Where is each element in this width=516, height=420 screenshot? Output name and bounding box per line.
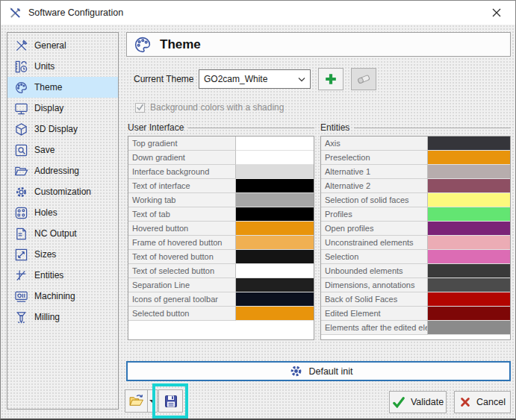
color-row: Back of Solid Faces <box>321 292 510 307</box>
color-row: Text of tab <box>128 207 314 222</box>
color-row: Open profiles <box>321 222 510 236</box>
sidebar-item-label: Units <box>34 61 55 72</box>
color-row-label: Selection <box>321 250 428 264</box>
color-row: Working tab <box>128 193 314 207</box>
color-swatch[interactable] <box>428 278 510 292</box>
color-swatch[interactable] <box>428 151 510 165</box>
color-row-label: Interface background <box>128 165 236 179</box>
sidebar-item-label: 3D Display <box>34 124 78 134</box>
default-init-button[interactable]: Default init <box>126 361 511 381</box>
machining-icon <box>12 289 30 304</box>
color-swatch[interactable] <box>236 207 314 222</box>
current-theme-value: GO2cam_White <box>204 74 298 84</box>
settings-sidebar: General Units Theme <box>7 32 119 410</box>
erase-theme-button <box>351 68 376 90</box>
color-swatch[interactable] <box>236 193 314 207</box>
color-row: Separation Line <box>128 278 314 292</box>
sidebar-item-machining[interactable]: Machining <box>7 286 118 307</box>
sidebar-item-holes[interactable]: Holes <box>7 202 118 223</box>
color-swatch[interactable] <box>236 222 314 236</box>
current-theme-select[interactable]: GO2cam_White <box>199 69 311 89</box>
shading-checkbox <box>135 103 145 113</box>
color-swatch[interactable] <box>236 250 314 264</box>
color-row: Preselection <box>321 151 510 165</box>
sidebar-item-sizes[interactable]: Sizes <box>7 244 118 265</box>
color-swatch[interactable] <box>236 236 314 250</box>
sidebar-item-addressing[interactable]: Addressing <box>7 160 118 181</box>
sidebar-item-general[interactable]: General <box>7 35 118 56</box>
color-row-label: Down gradient <box>128 151 236 165</box>
shading-checkbox-row: Background colors with a shading <box>135 102 284 113</box>
sidebar-item-label: Sizes <box>34 249 56 260</box>
color-swatch[interactable] <box>428 264 510 278</box>
color-swatch[interactable] <box>428 250 510 264</box>
user-interface-color-list: Top gradient Down gradient Interface bac… <box>128 136 314 340</box>
color-swatch[interactable] <box>428 307 510 321</box>
color-swatch[interactable] <box>236 264 314 278</box>
validate-button[interactable]: Validate <box>389 391 447 413</box>
color-swatch[interactable] <box>236 278 314 292</box>
color-swatch[interactable] <box>428 137 510 151</box>
color-swatch[interactable] <box>428 179 510 193</box>
color-swatch[interactable] <box>428 165 510 179</box>
color-row-label: Frame of hovered button <box>128 236 236 250</box>
color-row-label: Top gradient <box>128 137 236 151</box>
addressing-icon <box>12 163 30 178</box>
color-swatch[interactable] <box>236 307 314 321</box>
color-swatch[interactable] <box>428 193 510 207</box>
color-swatch[interactable] <box>428 321 510 335</box>
sidebar-item-label: Customization <box>34 187 91 197</box>
shading-checkbox-label: Background colors with a shading <box>150 102 284 113</box>
save-theme-button[interactable] <box>158 389 183 413</box>
sidebar-item-label: Save <box>34 145 55 155</box>
color-row: Text of hovered button <box>128 250 314 264</box>
sidebar-item-label: Display <box>34 103 63 113</box>
milling-icon <box>12 310 30 325</box>
color-row-label: Back of Solid Faces <box>321 292 428 307</box>
color-row: Frame of hovered button <box>128 236 314 250</box>
sidebar-item-label: Milling <box>34 312 60 322</box>
customization-icon <box>12 184 30 199</box>
color-swatch[interactable] <box>236 137 314 151</box>
color-swatch[interactable] <box>428 222 510 236</box>
color-row-label: Separation Line <box>128 278 236 292</box>
sidebar-item-label: Entities <box>34 270 63 280</box>
color-row: Alternative 2 <box>321 179 510 193</box>
color-row-label: Alternative 2 <box>321 179 428 193</box>
color-swatch[interactable] <box>428 292 510 307</box>
sidebar-item-nc-output[interactable]: NC Output <box>7 223 118 244</box>
sidebar-item-3d-display[interactable]: 3D Display <box>7 119 118 140</box>
cancel-button[interactable]: Cancel <box>454 391 511 413</box>
color-row-label: Preselection <box>321 151 428 165</box>
color-row-label: Axis <box>321 137 428 151</box>
color-swatch[interactable] <box>236 292 314 307</box>
color-row: Profiles <box>321 207 510 222</box>
color-row: Alternative 1 <box>321 165 510 179</box>
x-icon <box>459 396 471 408</box>
sidebar-item-entities[interactable]: Entities <box>7 265 118 286</box>
sidebar-item-customization[interactable]: Customization <box>7 181 118 202</box>
palette-icon <box>133 35 152 54</box>
title-bar: Software Configuration <box>1 1 515 25</box>
sidebar-item-units[interactable]: Units <box>7 56 118 77</box>
color-swatch[interactable] <box>236 151 314 165</box>
color-swatch[interactable] <box>236 165 314 179</box>
color-swatch[interactable] <box>428 207 510 222</box>
color-row-label: Dimensions, annotations <box>321 278 428 292</box>
color-row-label: Elements after the edited element <box>321 321 428 335</box>
sidebar-item-display[interactable]: Display <box>7 98 118 119</box>
color-row-label: Selection of solid faces <box>321 193 428 207</box>
group-title: Entities <box>320 122 511 134</box>
close-icon[interactable] <box>485 3 508 22</box>
sidebar-item-save[interactable]: Save <box>7 140 118 160</box>
open-theme-button[interactable] <box>125 389 148 413</box>
sidebar-item-milling[interactable]: Milling <box>7 307 118 327</box>
color-swatch[interactable] <box>428 236 510 250</box>
color-row: Hovered button <box>128 222 314 236</box>
open-folder-icon <box>128 393 144 409</box>
sidebar-item-theme[interactable]: Theme <box>7 77 118 98</box>
add-theme-button[interactable] <box>318 68 344 90</box>
color-row: Selected button <box>128 307 314 321</box>
color-row-label: Text of selected button <box>128 264 236 278</box>
color-swatch[interactable] <box>236 179 314 193</box>
